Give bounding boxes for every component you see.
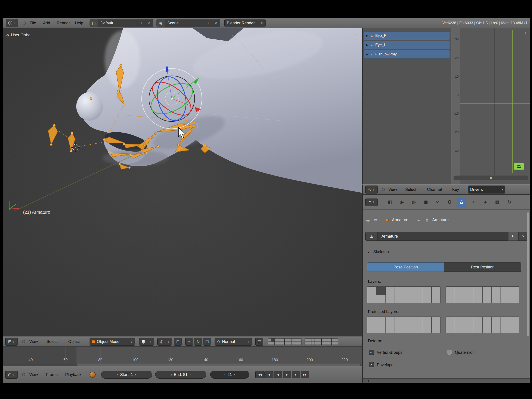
tab-object[interactable]: ▣ — [421, 197, 431, 207]
delete-screen-button[interactable]: × — [145, 19, 153, 27]
layer-toggle[interactable] — [367, 317, 376, 325]
layer-toggle[interactable] — [404, 317, 413, 325]
timeline-canvas[interactable]: 406080100120140160180200220 — [3, 347, 362, 366]
scene-value[interactable]: Scene — [165, 19, 204, 27]
layer-toggle[interactable] — [386, 287, 395, 295]
layer-toggle[interactable] — [446, 317, 455, 325]
viewport-layer-toggle[interactable] — [322, 339, 325, 342]
tab-material[interactable]: ● — [481, 197, 490, 207]
layer-toggle[interactable] — [473, 295, 482, 303]
menu-view[interactable]: View — [29, 339, 38, 344]
layer-toggle[interactable] — [376, 295, 385, 303]
layer-toggle[interactable] — [501, 287, 510, 295]
layer-toggle[interactable] — [376, 287, 385, 295]
vertex-groups-checkbox[interactable]: ✓ — [369, 350, 374, 355]
layer-toggle[interactable] — [386, 325, 395, 333]
layer-toggle[interactable] — [376, 317, 385, 325]
viewport-layer-toggle[interactable] — [298, 342, 301, 345]
collapse-menus-icon[interactable] — [382, 188, 385, 191]
jump-to-start-button[interactable]: |◀◀ — [255, 371, 264, 378]
layer-toggle[interactable] — [422, 317, 431, 325]
step-left-icon[interactable]: ◂ — [117, 373, 118, 376]
previous-keyframe-button[interactable]: |◀ — [265, 371, 273, 378]
layer-toggle[interactable] — [422, 287, 431, 295]
breadcrumb-data-name[interactable]: Armature — [432, 218, 449, 222]
expand-icon[interactable]: ▶ — [366, 44, 368, 47]
id-type-icon-button[interactable]: ♙ — [365, 232, 378, 241]
play-button[interactable]: ▶ — [283, 371, 291, 378]
layer-toggle[interactable] — [386, 295, 395, 303]
region-plus-icon[interactable]: + — [524, 30, 527, 36]
layer-toggle[interactable] — [473, 325, 482, 333]
mode-selector[interactable]: Object Mode ⇕ — [89, 338, 135, 346]
scale-manipulator-button[interactable]: ◱ — [203, 338, 211, 346]
viewport-layer-toggle[interactable] — [288, 342, 291, 345]
datablock-name-input[interactable]: Armature — [378, 232, 508, 241]
layer-toggle[interactable] — [404, 287, 413, 295]
quaternion-checkbox[interactable] — [447, 350, 452, 355]
menu-select[interactable]: Select — [47, 339, 58, 344]
menu-frame[interactable]: Frame — [46, 372, 58, 377]
editor-type-button[interactable]: ◷ ⇕ — [5, 371, 18, 379]
viewport-layer-toggle[interactable] — [268, 342, 271, 345]
viewport-layer-toggle[interactable] — [315, 339, 318, 342]
envelopes-checkbox[interactable]: ✓ — [369, 362, 374, 367]
viewport-layer-toggle[interactable] — [281, 339, 284, 342]
viewport-layer-toggle[interactable] — [308, 339, 311, 342]
layer-toggle[interactable] — [404, 295, 413, 303]
expand-icon[interactable]: ▶ — [366, 34, 368, 37]
layer-toggle[interactable] — [501, 295, 510, 303]
editor-type-button[interactable]: ⊞ ⇕ — [5, 338, 18, 346]
layer-toggle[interactable] — [395, 287, 404, 295]
layer-toggle[interactable] — [404, 325, 413, 333]
step-right-icon[interactable]: ▸ — [135, 373, 137, 376]
step-right-icon[interactable]: ▸ — [234, 373, 235, 376]
layer-toggle[interactable] — [395, 295, 404, 303]
layer-toggle[interactable] — [446, 325, 455, 333]
viewport-layer-toggle[interactable] — [288, 339, 291, 342]
viewport-shading-selector[interactable]: ⇕ — [139, 338, 154, 346]
render-preview-button[interactable]: ▤ — [255, 338, 263, 346]
menu-select[interactable]: Select — [405, 187, 416, 192]
graph-horizontal-scrollbar[interactable]: 0 — [454, 176, 528, 180]
layer-toggle[interactable] — [482, 287, 491, 295]
viewport-layer-toggle[interactable] — [328, 339, 331, 342]
viewport-layer-toggle[interactable] — [291, 342, 295, 345]
viewport-layer-toggle[interactable] — [275, 342, 278, 345]
rotate-manipulator-button[interactable]: ↻ — [194, 338, 202, 346]
preview-range-icon[interactable] — [89, 372, 95, 378]
editor-type-button[interactable]: ≡ ⇕ — [365, 198, 378, 206]
skeleton-panel-title[interactable]: Skeleton — [373, 250, 389, 254]
current-frame-field[interactable]: ◂ 21 ▸ — [210, 371, 249, 379]
drivers-editor-canvas[interactable]: ▶▲Eye_R▶▲Eye_L▶▲FishLowPoly 3020100-10-2… — [362, 28, 530, 184]
region-plus-icon[interactable]: + — [355, 32, 357, 37]
channel-row[interactable]: ▶▲FishLowPoly — [364, 50, 450, 58]
tab-render[interactable]: ◧ — [385, 197, 395, 207]
collapse-menus-icon[interactable] — [23, 21, 26, 25]
tab-constraints[interactable]: ∞ — [433, 197, 443, 207]
layer-toggle[interactable] — [510, 317, 519, 325]
viewport-layer-toggle[interactable] — [311, 339, 315, 342]
timeline-scrollbar[interactable] — [4, 364, 361, 366]
layer-toggle[interactable] — [413, 317, 422, 325]
editor-type-button[interactable]: ∿ ⇕ — [365, 185, 378, 194]
layer-toggle[interactable] — [464, 295, 473, 303]
layer-toggle[interactable] — [367, 287, 376, 295]
layer-toggle[interactable] — [431, 317, 440, 325]
layer-toggle[interactable] — [501, 325, 510, 333]
viewport-canvas[interactable] — [3, 28, 362, 336]
editor-type-button[interactable]: ⓘ ⇕ — [6, 19, 18, 27]
channel-row[interactable]: ▶▲Eye_L — [364, 41, 450, 49]
collapse-menus-icon[interactable] — [22, 340, 25, 343]
viewport-layer-toggle[interactable] — [271, 339, 274, 342]
layer-toggle[interactable] — [367, 325, 376, 333]
next-keyframe-button[interactable]: ▶| — [292, 371, 300, 378]
viewport-layer-toggle[interactable] — [325, 342, 328, 345]
layer-toggle[interactable] — [510, 325, 519, 333]
menu-file[interactable]: File — [30, 21, 36, 25]
layer-toggle[interactable] — [455, 287, 464, 295]
layer-toggle[interactable] — [446, 287, 455, 295]
layer-toggle[interactable] — [492, 287, 500, 295]
viewport-layer-toggle[interactable] — [295, 339, 298, 342]
layer-toggle[interactable] — [395, 317, 404, 325]
